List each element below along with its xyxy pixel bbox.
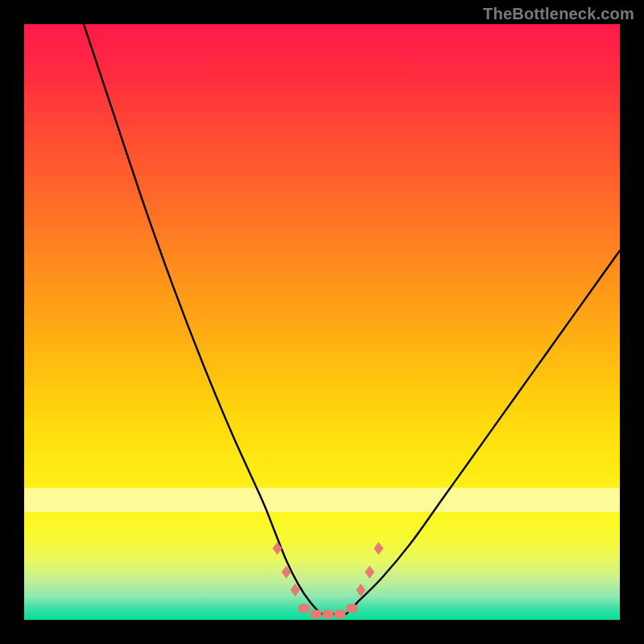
marker-diamond [374,542,383,555]
marker-bar [346,604,357,613]
marker-bar [334,610,345,619]
marker-bar [299,604,310,613]
plot-area [24,24,620,620]
marker-diamond [273,542,283,555]
bottleneck-curve [84,24,620,615]
marker-bar [311,610,322,619]
curve-markers [273,542,384,618]
marker-bar [322,610,333,619]
watermark-text: TheBottleneck.com [483,5,634,23]
chart-frame: TheBottleneck.com [0,0,644,644]
marker-diamond [365,566,374,579]
curve-layer [24,24,620,620]
